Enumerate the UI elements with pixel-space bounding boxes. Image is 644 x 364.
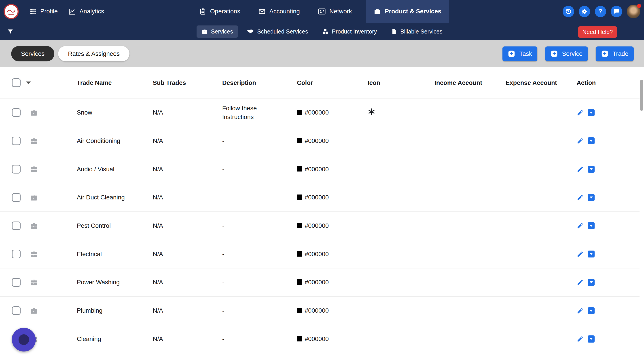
row-menu-button[interactable]	[588, 250, 595, 258]
settings-button[interactable]	[579, 6, 590, 17]
income-account-cell	[435, 155, 506, 183]
select-all-checkbox[interactable]	[12, 78, 21, 87]
income-account-cell	[435, 98, 506, 127]
description-cell: -	[222, 155, 297, 183]
row-checkbox[interactable]	[12, 193, 21, 202]
accounting-icon	[258, 8, 266, 15]
toolbar: Services Rates & Assignees Task Service …	[0, 40, 644, 67]
table-row: Power Washing N/A - #000000	[0, 268, 639, 296]
icon-cell	[368, 155, 435, 183]
expense-account-cell	[506, 183, 577, 212]
edit-button[interactable]	[577, 222, 584, 229]
row-checkbox[interactable]	[12, 306, 21, 315]
expense-account-cell	[506, 268, 577, 296]
plus-square-icon	[508, 50, 515, 58]
nav-profile[interactable]: Profile	[30, 8, 58, 15]
inventory-icon	[322, 28, 328, 35]
gear-icon	[581, 8, 588, 15]
briefcase-icon	[29, 164, 39, 174]
grid-icon	[30, 8, 37, 15]
action-cell	[577, 240, 639, 268]
chat-button[interactable]	[611, 6, 622, 17]
icon-cell	[368, 296, 435, 325]
add-task-button[interactable]: Task	[502, 46, 537, 61]
tab-product-inventory[interactable]: Product Inventory	[317, 26, 382, 38]
description-cell: -	[222, 127, 297, 155]
nav-operations[interactable]: Operations	[195, 0, 244, 23]
edit-button[interactable]	[577, 336, 584, 342]
icon-cell	[368, 240, 435, 268]
nav-accounting[interactable]: Accounting	[254, 0, 304, 23]
icon-cell	[368, 183, 435, 212]
history-button[interactable]	[563, 6, 574, 17]
income-account-cell	[435, 240, 506, 268]
row-checkbox[interactable]	[12, 108, 21, 117]
table-header-row: Trade Name Sub Trades Description Color …	[0, 67, 639, 98]
row-menu-button[interactable]	[588, 166, 595, 172]
row-checkbox[interactable]	[12, 165, 21, 174]
filter-button[interactable]	[7, 28, 14, 35]
row-menu-button[interactable]	[588, 279, 595, 286]
nav-network[interactable]: Network	[314, 0, 356, 23]
add-trade-button[interactable]: Trade	[596, 46, 634, 61]
tab-product-inventory-label: Product Inventory	[332, 28, 377, 35]
select-menu-caret-icon[interactable]	[26, 82, 31, 84]
row-checkbox[interactable]	[12, 250, 21, 258]
nav-center-cluster: Operations Accounting Network Product & …	[195, 0, 449, 23]
row-menu-button[interactable]	[588, 137, 595, 144]
table-row: Pest Control N/A - #000000	[0, 212, 639, 240]
segment-rates-assignees[interactable]: Rates & Assignees	[58, 46, 129, 62]
nav-network-label: Network	[329, 8, 352, 15]
briefcase-icon	[29, 250, 39, 258]
add-service-button[interactable]: Service	[545, 46, 588, 61]
color-cell: #000000	[297, 240, 368, 268]
color-cell: #000000	[297, 296, 368, 325]
tab-services[interactable]: Services	[196, 26, 238, 38]
row-menu-button[interactable]	[588, 307, 595, 314]
network-icon	[318, 8, 326, 16]
row-menu-button[interactable]	[588, 194, 595, 201]
filter-icon	[7, 28, 14, 35]
caret-down-icon	[590, 140, 593, 142]
col-expense-account: Expense Account	[506, 67, 577, 98]
row-menu-button[interactable]	[588, 336, 595, 342]
edit-button[interactable]	[577, 307, 584, 314]
edit-button[interactable]	[577, 279, 584, 286]
user-avatar[interactable]	[627, 5, 640, 18]
color-cell: #000000	[297, 155, 368, 183]
help-button[interactable]: ?	[595, 6, 606, 17]
col-sub-trades: Sub Trades	[153, 67, 222, 98]
edit-button[interactable]	[577, 109, 584, 116]
table-body: Snow N/A Follow these Instructions #0000…	[0, 98, 639, 353]
nav-analytics[interactable]: Analytics	[68, 8, 104, 15]
tab-billable-services[interactable]: Billable Services	[386, 26, 448, 38]
description-cell: -	[222, 296, 297, 325]
income-account-cell	[435, 296, 506, 325]
handshake-icon	[247, 28, 254, 35]
sub-trades-cell: N/A	[153, 212, 222, 240]
segment-services[interactable]: Services	[11, 46, 55, 62]
edit-button[interactable]	[577, 137, 584, 144]
row-menu-button[interactable]	[588, 222, 595, 229]
row-checkbox[interactable]	[12, 222, 21, 230]
icon-cell	[368, 325, 435, 353]
briefcase-icon	[29, 108, 39, 117]
tab-scheduled-services-label: Scheduled Services	[257, 28, 308, 35]
edit-button[interactable]	[577, 194, 584, 201]
row-checkbox[interactable]	[12, 278, 21, 287]
sub-trades-cell: N/A	[153, 183, 222, 212]
trade-name-cell: Electrical	[77, 240, 153, 268]
row-checkbox[interactable]	[12, 137, 21, 146]
color-cell: #000000	[297, 127, 368, 155]
nav-product-services[interactable]: Product & Services	[366, 0, 449, 23]
floating-action-button[interactable]	[12, 328, 36, 352]
color-swatch	[297, 251, 302, 256]
tab-scheduled-services[interactable]: Scheduled Services	[242, 25, 313, 38]
need-help-button[interactable]: Need Help?	[578, 26, 617, 38]
vertical-scrollbar-thumb[interactable]	[640, 80, 643, 111]
nav-right-cluster: ?	[563, 0, 640, 23]
edit-button[interactable]	[577, 166, 584, 172]
row-menu-button[interactable]	[588, 109, 595, 116]
edit-button[interactable]	[577, 250, 584, 258]
company-logo[interactable]	[3, 4, 19, 20]
